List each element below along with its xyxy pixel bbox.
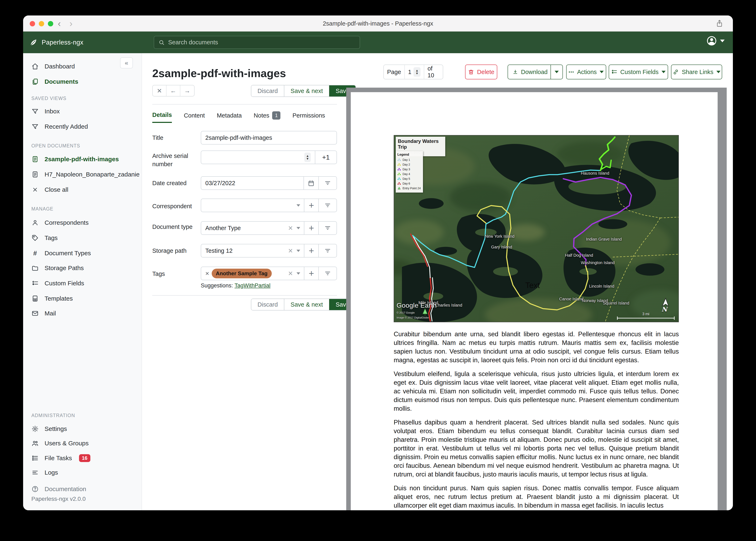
storage-path-filter-button[interactable]	[318, 244, 337, 257]
title-input[interactable]	[205, 135, 332, 141]
storage-path-add-button[interactable]: +	[304, 244, 318, 257]
close-document-button[interactable]: ✕	[153, 85, 167, 96]
sidebar-item-custom-fields[interactable]: Custom Fields	[31, 277, 84, 290]
next-document-button[interactable]: →	[180, 85, 194, 96]
share-icon[interactable]	[715, 19, 724, 28]
calendar-icon	[308, 180, 315, 187]
document-type-add-button[interactable]: +	[304, 222, 318, 235]
sidebar-item-document-types[interactable]: # Document Types	[31, 247, 91, 260]
storage-path-select[interactable]: Testing 12	[201, 244, 288, 257]
sidebar-item-close-all[interactable]: Close all	[31, 183, 68, 196]
discard-button[interactable]: Discard	[251, 85, 284, 97]
map-island-label: New York Island	[485, 234, 514, 239]
file-text-icon	[31, 171, 39, 178]
page-stepper[interactable]: ▲▼	[413, 67, 421, 77]
app-logo[interactable]: Paperless-ngx	[29, 38, 83, 47]
document-tabs: Details Content Metadata Notes1 Permissi…	[152, 111, 325, 123]
legend-item: Day 4	[397, 172, 421, 176]
sidebar-item-documentation[interactable]: Documentation	[31, 482, 86, 496]
tab-metadata[interactable]: Metadata	[217, 111, 242, 123]
home-icon	[31, 63, 39, 70]
tab-content[interactable]: Content	[184, 111, 205, 123]
correspondent-add-button[interactable]: +	[304, 199, 318, 212]
download-button[interactable]: Download	[508, 65, 563, 79]
suggestion-link[interactable]: TagWithPartial	[235, 282, 271, 288]
browser-forward-icon[interactable]: ›	[70, 18, 73, 29]
date-created-input[interactable]	[205, 180, 299, 187]
tab-label: Metadata	[217, 112, 242, 119]
sidebar-item-recently-added[interactable]: Recently Added	[31, 120, 88, 133]
sidebar-item-label: Mail	[45, 310, 56, 317]
calendar-button[interactable]	[304, 177, 318, 190]
sidebar-item-mail[interactable]: Mail	[31, 307, 56, 320]
sidebar-item-documents[interactable]: Documents	[31, 75, 78, 88]
browser-back-icon[interactable]: ‹	[58, 18, 61, 29]
tag-remove-icon[interactable]: ×	[205, 270, 209, 277]
asn-stepper[interactable]: ▲▼	[304, 153, 311, 162]
sidebar-item-users-groups[interactable]: Users & Groups	[31, 437, 89, 450]
share-links-button[interactable]: Share Links	[671, 65, 722, 79]
correspondent-select[interactable]	[201, 199, 296, 212]
save-next-button-bottom[interactable]: Save & next	[284, 299, 329, 310]
app-header: Paperless-ngx	[23, 32, 733, 53]
legend-item: Day 1	[397, 157, 421, 162]
sidebar-collapse-button[interactable]: «	[120, 57, 133, 68]
tree-icon	[397, 187, 401, 190]
sidebar-item-templates[interactable]: Templates	[31, 292, 73, 305]
document-type-clear-icon[interactable]: ×	[288, 224, 293, 232]
asn-plus-one-button[interactable]: +1	[315, 151, 337, 164]
search-bar[interactable]	[154, 36, 360, 49]
pdf-paragraph: Curabitur bibendum ante urna, sed blandi…	[394, 330, 679, 364]
close-window-button[interactable]	[30, 21, 35, 26]
minimize-window-button[interactable]	[39, 21, 44, 26]
zoom-window-button[interactable]	[48, 21, 53, 26]
sidebar-item-inbox[interactable]: Inbox	[31, 105, 60, 118]
filter-funnel-icon	[31, 123, 39, 130]
actions-button[interactable]: ••• Actions	[566, 65, 606, 79]
title-field	[201, 131, 337, 145]
date-filter-button[interactable]	[318, 177, 337, 190]
asn-input[interactable]	[205, 154, 302, 161]
page-number-input[interactable]: 1 ▲▼	[404, 65, 424, 79]
app-window: ‹ › 2sample-pdf-with-images - Paperless-…	[23, 15, 733, 510]
sidebar-item-open-doc-1[interactable]: 2sample-pdf-with-images	[31, 153, 119, 166]
save-next-button[interactable]: Save & next	[284, 85, 329, 97]
discard-button-bottom[interactable]: Discard	[251, 299, 284, 310]
sidebar-item-label: 2sample-pdf-with-images	[45, 156, 119, 163]
tags-add-button[interactable]: +	[304, 267, 318, 280]
user-menu[interactable]	[706, 35, 725, 46]
sidebar-item-dashboard[interactable]: Dashboard	[31, 60, 75, 73]
sidebar-item-logs[interactable]: Logs	[31, 466, 58, 479]
window-title: 2sample-pdf-with-images - Paperless-ngx	[23, 15, 733, 32]
sidebar-item-storage-paths[interactable]: Storage Paths	[31, 262, 84, 274]
sidebar-item-tags[interactable]: Tags	[31, 231, 58, 245]
sidebar-item-file-tasks[interactable]: File Tasks 16	[31, 451, 90, 465]
custom-fields-button[interactable]: Custom Fields	[609, 65, 668, 79]
tab-details[interactable]: Details	[152, 111, 172, 123]
legend-item: Entry Point 24	[397, 186, 421, 191]
sidebar-section-manage: MANAGE	[31, 206, 53, 212]
sidebar-item-label: Documentation	[45, 486, 86, 493]
sidebar-item-settings[interactable]: Settings	[31, 422, 67, 435]
tags-clear-icon[interactable]: ×	[288, 270, 293, 277]
tab-permissions[interactable]: Permissions	[292, 111, 325, 123]
sidebar-item-correspondents[interactable]: Correspondents	[31, 216, 89, 229]
tags-filter-button[interactable]	[318, 267, 337, 280]
logs-icon	[31, 469, 39, 476]
storage-path-clear-icon[interactable]: ×	[288, 247, 293, 255]
correspondent-filter-button[interactable]	[318, 199, 337, 212]
download-dropdown-caret[interactable]	[550, 65, 562, 79]
previous-document-button[interactable]: ←	[167, 85, 180, 96]
tags-select[interactable]: × Another Sample Tag	[201, 267, 288, 280]
tag-chip[interactable]: Another Sample Tag	[212, 269, 272, 278]
delete-button[interactable]: Delete	[465, 65, 497, 79]
sidebar-item-open-doc-2[interactable]: H7_Napoleon_Bonaparte_zadanie	[31, 168, 139, 181]
sidebar-item-label: Storage Paths	[45, 265, 84, 271]
title-field-label: Title	[152, 134, 198, 142]
pdf-preview-pane[interactable]: Boundary Waters Trip Six days in BWCA Le…	[346, 88, 727, 510]
search-input[interactable]	[168, 39, 356, 46]
document-type-select[interactable]: Another Type	[201, 222, 288, 235]
document-type-filter-button[interactable]	[318, 222, 337, 235]
tab-notes[interactable]: Notes1	[254, 111, 281, 123]
map-island-label: Half Dog Island	[565, 253, 593, 258]
